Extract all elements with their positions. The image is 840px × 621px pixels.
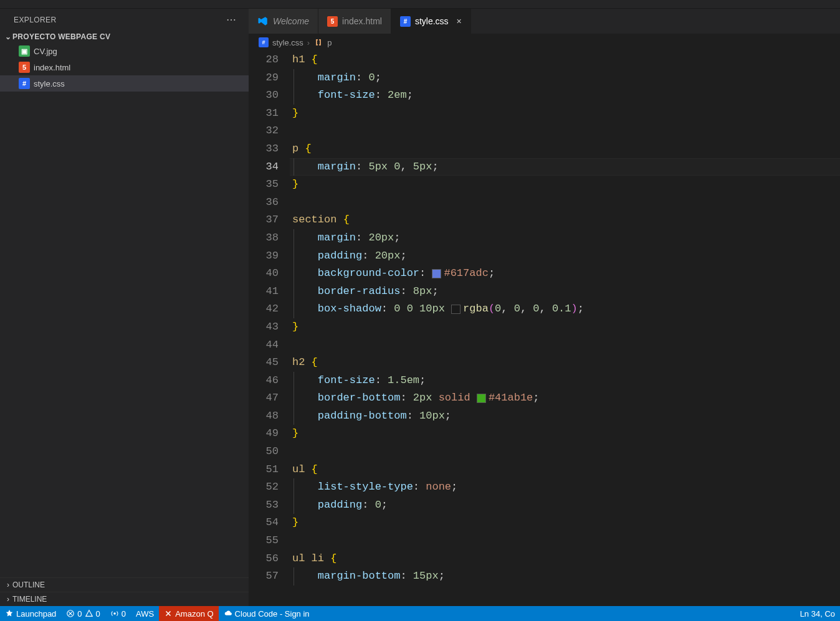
warning-count: 0 xyxy=(96,609,100,619)
folder-root[interactable]: ⌄ PROYECTO WEBPAGE CV xyxy=(0,31,249,43)
code-line[interactable] xyxy=(292,336,840,354)
line-gutter: 2829303132333435363738394041424344454647… xyxy=(249,51,292,606)
symbol-icon xyxy=(313,37,323,47)
cursor-position-label: Ln 34, Co xyxy=(800,609,835,619)
code-line[interactable]: padding: 20px; xyxy=(292,247,840,265)
cloud-icon xyxy=(224,609,232,618)
css-file-icon: # xyxy=(19,78,30,89)
main-split: EXPLORER ⋯ ⌄ PROYECTO WEBPAGE CV ▣CV.jpg… xyxy=(0,9,840,606)
code-line[interactable]: margin-bottom: 15px; xyxy=(292,567,840,585)
code-line[interactable]: } xyxy=(292,105,840,123)
code-line[interactable]: } xyxy=(292,176,840,194)
amazon-q-status[interactable]: Amazon Q xyxy=(159,606,218,621)
code-content[interactable]: h1 { margin: 0; font-size: 2em;}p { marg… xyxy=(292,51,840,606)
code-line[interactable] xyxy=(292,122,840,140)
svg-point-1 xyxy=(113,612,116,615)
line-number: 51 xyxy=(249,461,279,479)
line-number: 41 xyxy=(249,283,279,301)
error-count: 0 xyxy=(77,609,82,619)
line-number: 36 xyxy=(249,194,279,212)
code-line[interactable] xyxy=(292,194,840,212)
code-line[interactable]: font-size: 2em; xyxy=(292,87,840,105)
editor-tabs: Welcome5index.html#style.css× xyxy=(249,9,840,34)
launchpad-label: Launchpad xyxy=(16,609,56,619)
html-file-icon: 5 xyxy=(327,16,338,27)
aws-status[interactable]: AWS xyxy=(131,606,159,621)
tab-style-css[interactable]: #style.css× xyxy=(391,9,471,34)
explorer-title: EXPLORER xyxy=(14,16,57,24)
close-icon[interactable]: × xyxy=(457,16,462,26)
line-number: 57 xyxy=(249,567,279,585)
breadcrumb[interactable]: # style.css › p xyxy=(249,34,840,51)
cloud-code-status[interactable]: Cloud Code - Sign in xyxy=(219,606,315,621)
code-line[interactable]: margin: 0; xyxy=(292,69,840,87)
chevron-right-icon: › xyxy=(4,595,12,604)
code-line[interactable]: ul li { xyxy=(292,550,840,568)
code-line[interactable]: list-style-type: none; xyxy=(292,478,840,496)
outline-section[interactable]: › OUTLINE xyxy=(0,577,249,592)
vscode-icon xyxy=(257,16,269,27)
timeline-section[interactable]: › TIMELINE xyxy=(0,592,249,606)
tab-Welcome[interactable]: Welcome xyxy=(249,9,318,34)
code-line[interactable]: border-radius: 8px; xyxy=(292,283,840,301)
line-number: 33 xyxy=(249,140,279,158)
file-label: style.css xyxy=(34,79,65,88)
tab-label: Welcome xyxy=(273,16,309,26)
line-number: 45 xyxy=(249,354,279,372)
cloudcode-label: Cloud Code - Sign in xyxy=(235,609,310,619)
explorer-more-icon[interactable]: ⋯ xyxy=(224,14,239,26)
tab-index-html[interactable]: 5index.html xyxy=(318,9,391,34)
explorer-header: EXPLORER ⋯ xyxy=(0,9,249,31)
cursor-position-status[interactable]: Ln 34, Co xyxy=(795,606,840,621)
sidebar-bottom: › OUTLINE › TIMELINE xyxy=(0,577,249,606)
folder-name: PROYECTO WEBPAGE CV xyxy=(12,32,110,41)
code-line[interactable]: h1 { xyxy=(292,51,840,69)
line-number: 28 xyxy=(249,51,279,69)
amazonq-label: Amazon Q xyxy=(175,609,213,619)
line-number: 34 xyxy=(249,158,279,176)
line-number: 46 xyxy=(249,372,279,390)
line-number: 31 xyxy=(249,105,279,123)
line-number: 30 xyxy=(249,87,279,105)
problems-status[interactable]: 0 0 xyxy=(61,606,105,621)
file-item-index-html[interactable]: 5index.html xyxy=(0,59,249,75)
code-line[interactable]: p { xyxy=(292,140,840,158)
file-label: index.html xyxy=(34,63,70,72)
line-number: 50 xyxy=(249,443,279,461)
code-line[interactable]: } xyxy=(292,425,840,443)
title-bar-spacer xyxy=(0,0,840,9)
launchpad-status[interactable]: Launchpad xyxy=(0,606,61,621)
code-line[interactable]: box-shadow: 0 0 10px rgba(0, 0, 0, 0.1); xyxy=(292,300,840,318)
ports-status[interactable]: 0 xyxy=(105,606,131,621)
line-number: 32 xyxy=(249,122,279,140)
line-number: 54 xyxy=(249,514,279,532)
file-item-CV-jpg[interactable]: ▣CV.jpg xyxy=(0,43,249,59)
code-line[interactable]: padding: 0; xyxy=(292,496,840,514)
tab-label: index.html xyxy=(342,16,382,26)
code-line[interactable]: } xyxy=(292,514,840,532)
code-line[interactable]: margin: 20px; xyxy=(292,229,840,247)
code-line[interactable]: border-bottom: 2px solid #41ab1e; xyxy=(292,389,840,407)
file-list: ▣CV.jpg5index.html#style.css xyxy=(0,43,249,92)
line-number: 39 xyxy=(249,247,279,265)
code-line[interactable]: margin: 5px 0, 5px; xyxy=(292,158,840,176)
timeline-label: TIMELINE xyxy=(12,595,47,604)
html-file-icon: 5 xyxy=(19,62,30,73)
code-line[interactable] xyxy=(292,532,840,550)
status-bar: Launchpad 0 0 0 AWS Amazon Q Cloud Code … xyxy=(0,606,840,621)
code-line[interactable]: h2 { xyxy=(292,354,840,372)
line-number: 55 xyxy=(249,532,279,550)
code-line[interactable]: font-size: 1.5em; xyxy=(292,372,840,390)
code-line[interactable]: background-color: #617adc; xyxy=(292,265,840,283)
code-line[interactable]: padding-bottom: 10px; xyxy=(292,407,840,425)
line-number: 40 xyxy=(249,265,279,283)
chevron-right-icon: › xyxy=(4,581,12,589)
line-number: 29 xyxy=(249,69,279,87)
code-line[interactable]: ul { xyxy=(292,461,840,479)
breadcrumb-symbol: p xyxy=(327,38,332,47)
code-line[interactable]: section { xyxy=(292,211,840,229)
file-item-style-css[interactable]: #style.css xyxy=(0,75,249,92)
code-line[interactable] xyxy=(292,443,840,461)
code-line[interactable]: } xyxy=(292,318,840,336)
code-area[interactable]: 2829303132333435363738394041424344454647… xyxy=(249,51,840,606)
